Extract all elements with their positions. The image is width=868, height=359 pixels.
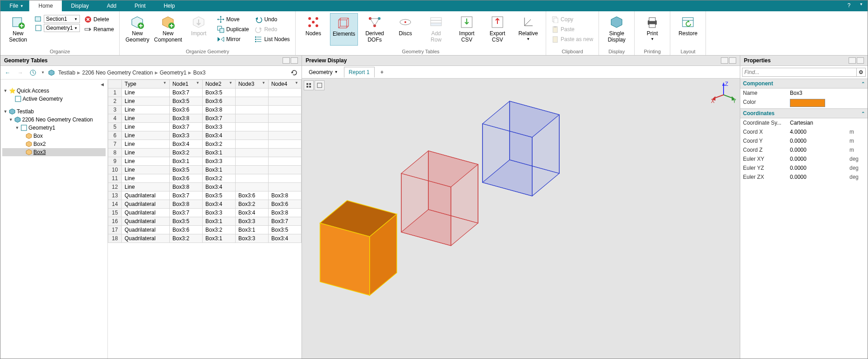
new-section-button[interactable]: New Section xyxy=(4,13,32,46)
tree-box2[interactable]: Box2 xyxy=(2,140,106,148)
preview-geometry-tab[interactable]: Geometry ▼ xyxy=(304,67,343,78)
import-button[interactable]: Import xyxy=(185,13,213,46)
paste-as-new-button[interactable]: Paste as new xyxy=(550,35,595,44)
mirror-button[interactable]: Mirror xyxy=(215,35,251,44)
import-csv-button[interactable]: Import CSV xyxy=(453,13,481,46)
tree-geometry1[interactable]: ▼Geometry1 xyxy=(2,124,106,132)
table-row[interactable]: 18QuadrilateralBox3:2Box3:1Box3:3Box3:4 xyxy=(108,234,302,243)
tree-active-geometry[interactable]: Active Geometry xyxy=(2,95,106,103)
tree-box[interactable]: Box xyxy=(2,132,106,140)
category-coordinates[interactable]: Coordinates⌃ xyxy=(740,108,868,118)
table-row[interactable]: 14QuadrilateralBox3:8Box3:4Box3:2Box3:6 xyxy=(108,200,302,209)
back-button[interactable]: ← xyxy=(3,68,12,77)
restore-button[interactable]: Restore xyxy=(674,13,702,46)
table-row[interactable]: 6LineBox3:3Box3:4 xyxy=(108,131,302,140)
table-row[interactable]: 12LineBox3:8Box3:4 xyxy=(108,183,302,191)
derived-dofs-button[interactable]: Derived DOFs xyxy=(361,13,389,46)
col-node1[interactable]: Node1 xyxy=(172,81,188,87)
rename-button[interactable]: Rename xyxy=(83,25,116,34)
tree-box3[interactable]: Box3 xyxy=(2,148,106,156)
viewport-3d[interactable]: Z Y X xyxy=(302,79,740,359)
prop-coordsys-value[interactable]: Cartesian xyxy=(790,120,865,126)
color-swatch[interactable] xyxy=(790,99,825,107)
tree-project[interactable]: ▼2206 Neo Geometry Creation xyxy=(2,116,106,124)
crumb-box3[interactable]: Box3 xyxy=(193,70,205,76)
discs-button[interactable]: Discs xyxy=(391,13,419,46)
crumb-geometry[interactable]: Geometry1 xyxy=(160,70,186,76)
table-row[interactable]: 10LineBox3:5Box3:1 xyxy=(108,166,302,174)
panel-layout-icon[interactable] xyxy=(283,57,290,64)
prop-coordz-value[interactable]: 0.0000 xyxy=(790,147,849,153)
elements-button[interactable]: Elements xyxy=(330,13,358,46)
export-csv-button[interactable]: Export CSV xyxy=(483,13,511,46)
panel-layout-icon[interactable] xyxy=(729,57,736,64)
prop-eulerxy-value[interactable]: 0.0000 xyxy=(790,156,849,162)
col-type[interactable]: Type xyxy=(125,81,136,87)
crumb-project[interactable]: 2206 Neo Geometry Creation xyxy=(82,70,153,76)
nodes-button[interactable]: Nodes xyxy=(299,13,327,46)
relative-button[interactable]: Relative▼ xyxy=(514,13,542,46)
prop-eulerzx-value[interactable]: 0.0000 xyxy=(790,174,849,180)
duplicate-button[interactable]: Duplicate xyxy=(215,25,251,34)
col-node4[interactable]: Node4 xyxy=(271,81,287,87)
crumb-testlab[interactable]: Testlab xyxy=(58,70,75,76)
tab-display[interactable]: Display xyxy=(62,0,97,11)
table-row[interactable]: 2LineBox3:5Box3:6 xyxy=(108,97,302,106)
tab-print[interactable]: Print xyxy=(125,0,155,11)
tree-testlab[interactable]: ▼Testlab xyxy=(2,107,106,116)
col-node2[interactable]: Node2 xyxy=(205,81,221,87)
table-row[interactable]: 13QuadrilateralBox3:7Box3:5Box3:6Box3:8 xyxy=(108,191,302,200)
table-row[interactable]: 5LineBox3:7Box3:3 xyxy=(108,123,302,131)
table-row[interactable]: 8LineBox3:2Box3:1 xyxy=(108,149,302,157)
panel-layout-icon[interactable] xyxy=(849,57,856,64)
new-component-button[interactable]: New Component xyxy=(154,13,182,46)
add-row-button[interactable]: Add Row xyxy=(422,13,450,46)
section-select[interactable]: Section1▼ xyxy=(44,15,80,23)
history-button[interactable] xyxy=(28,68,37,77)
geometry-select[interactable]: Geometry1▼ xyxy=(44,24,80,32)
copy-button[interactable]: Copy xyxy=(550,15,595,24)
panel-layout-icon[interactable] xyxy=(857,57,864,64)
collapse-icon[interactable]: ◀ xyxy=(2,82,106,87)
tab-add[interactable]: Add xyxy=(98,0,125,11)
list-nodes-button[interactable]: List Nodes xyxy=(253,35,292,44)
tab-help[interactable]: Help xyxy=(155,0,184,11)
new-geometry-button[interactable]: New Geometry xyxy=(123,13,151,46)
table-row[interactable]: 17QuadrilateralBox3:6Box3:2Box3:1Box3:5 xyxy=(108,226,302,234)
prop-name-value[interactable]: Box3 xyxy=(790,90,865,96)
table-row[interactable]: 9LineBox3:1Box3:3 xyxy=(108,157,302,166)
col-node3[interactable]: Node3 xyxy=(238,81,254,87)
tree-view[interactable]: ◀ ▼⭐Quick Access Active Geometry ▼Testla… xyxy=(0,79,108,359)
table-row[interactable]: 7LineBox3:4Box3:2 xyxy=(108,140,302,149)
panel-layout-icon[interactable] xyxy=(721,57,728,64)
tree-quick-access[interactable]: ▼⭐Quick Access xyxy=(2,87,106,95)
forward-button[interactable]: → xyxy=(16,68,25,77)
add-tab-button[interactable]: + xyxy=(376,67,389,78)
table-row[interactable]: 16QuadrilateralBox3:5Box3:1Box3:3Box3:7 xyxy=(108,217,302,226)
table-row[interactable]: 1LineBox3:7Box3:5 xyxy=(108,89,302,97)
category-component[interactable]: Component⌃ xyxy=(740,79,868,89)
move-button[interactable]: Move xyxy=(215,15,251,24)
dropdown-icon[interactable]: ▼ xyxy=(855,0,868,11)
refresh-button[interactable] xyxy=(290,68,299,77)
table-row[interactable]: 3LineBox3:6Box3:8 xyxy=(108,106,302,114)
breadcrumb[interactable]: Testlab▶ 2206 Neo Geometry Creation▶ Geo… xyxy=(58,70,206,76)
panel-layout-icon[interactable] xyxy=(291,57,298,64)
undo-button[interactable]: Undo xyxy=(253,15,292,24)
prop-coordy-value[interactable]: 0.0000 xyxy=(790,138,849,144)
table-row[interactable]: 4LineBox3:8Box3:7 xyxy=(108,114,302,123)
print-button[interactable]: Print▼ xyxy=(638,13,666,46)
single-display-button[interactable]: Single Display xyxy=(603,13,631,46)
prop-euleryz-value[interactable]: 0.0000 xyxy=(790,165,849,171)
settings-icon[interactable]: ⚙ xyxy=(857,68,866,77)
help-icon[interactable]: ? xyxy=(843,0,855,11)
tab-file[interactable]: File ▼ xyxy=(0,0,29,11)
elements-table[interactable]: Type▼ Node1▼ Node2▼ Node3▼ Node4▼ 1LineB… xyxy=(108,79,302,243)
find-input[interactable] xyxy=(742,68,857,77)
redo-button[interactable]: Redo xyxy=(253,25,292,34)
tab-home[interactable]: Home xyxy=(29,0,62,11)
prop-coordx-value[interactable]: 4.0000 xyxy=(790,129,849,135)
delete-button[interactable]: Delete xyxy=(83,15,116,24)
preview-report-tab[interactable]: Report 1 xyxy=(344,67,375,78)
paste-button[interactable]: Paste xyxy=(550,25,595,34)
